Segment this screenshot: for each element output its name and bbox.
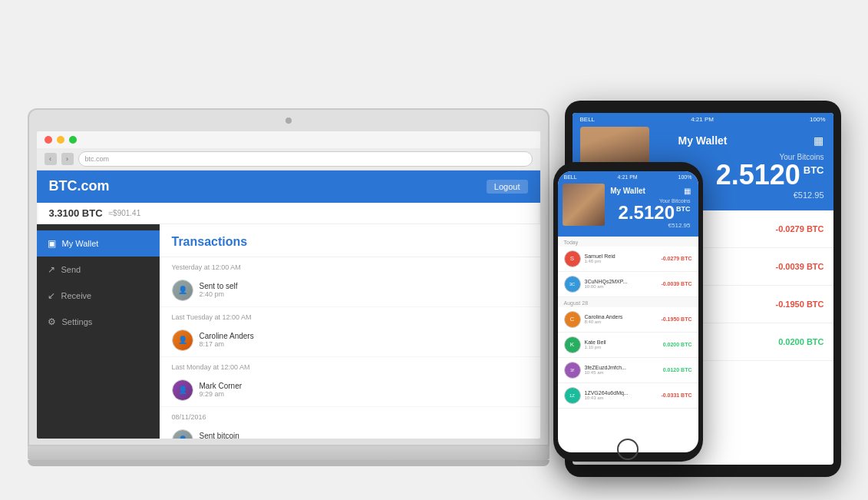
tx-time: 8:40 am — [585, 320, 623, 324]
list-item: 3C 3CuNHQs2MXP... 10:00 am -0.0039 BTC — [558, 272, 698, 297]
avatar: 👤 — [172, 280, 193, 301]
list-item: 1Z 1ZVG264u6dMq... 10:43 am -0.0331 BTC — [558, 383, 698, 409]
avatar: 3f — [564, 362, 581, 379]
tx-info: 1ZVG264u6dMq... 10:43 am — [585, 390, 629, 400]
phone-home-button[interactable] — [617, 439, 639, 460]
table-row: 👤 Caroline Anders 8:17 am — [160, 324, 540, 357]
tablet-carrier: BELL — [580, 116, 596, 123]
url-text: btc.com — [85, 155, 110, 163]
app-header: BTC.com Logout — [37, 171, 540, 203]
tx-section-3: Last Monday at 12:00 AM — [160, 357, 540, 374]
scene: ‹ › btc.com BTC.com Logout 3.3100 BTC ≈$… — [12, 8, 856, 492]
transactions-header: Transactions — [160, 224, 540, 257]
sidebar-label-settings: Settings — [62, 317, 93, 326]
tx-amount: -0.1950 BTC — [776, 300, 824, 309]
app-logo: BTC.com — [49, 178, 110, 194]
tx-amount: -0.0039 BTC — [776, 262, 824, 271]
tx-time: 2:40 pm — [200, 290, 238, 298]
tx-name: 3feZEuzdJmfch... — [585, 365, 626, 370]
laptop-camera — [285, 118, 292, 124]
send-icon: ↗ — [48, 264, 55, 275]
sidebar-item-receive[interactable]: ↙ Receive — [37, 283, 160, 309]
balance-strip: 3.3100 BTC ≈$901.41 — [37, 203, 540, 224]
sidebar-item-send[interactable]: ↗ Send — [37, 257, 160, 283]
phone-carrier: BELL — [564, 174, 577, 180]
address-bar[interactable]: btc.com — [78, 151, 533, 167]
tx-name: Sent to self — [200, 282, 238, 290]
phone-qr-icon[interactable]: ▦ — [684, 187, 691, 195]
back-button[interactable]: ‹ — [45, 153, 57, 165]
settings-icon: ⚙ — [48, 316, 56, 327]
tx-time: 1:10 pm — [585, 345, 606, 349]
laptop-screen: ‹ › btc.com BTC.com Logout 3.3100 BTC ≈$… — [37, 131, 540, 439]
main-content: Transactions Yesterday at 12:00 AM 👤 Sen… — [160, 224, 540, 439]
qr-icon[interactable]: ▦ — [814, 134, 823, 147]
avatar: 👤 — [172, 379, 193, 401]
tablet-wallet-title: My Wallet — [678, 134, 727, 147]
table-row: 👤 Sent bitcoin 7:42 pm — [160, 424, 540, 439]
sidebar-label-receive: Receive — [61, 291, 92, 300]
phone-battery: 100% — [678, 174, 692, 180]
browser-toolbar: ‹ › btc.com — [37, 148, 540, 170]
laptop-body: ‹ › btc.com BTC.com Logout 3.3100 BTC ≈$… — [28, 108, 550, 446]
phone-header: ☰ My Wallet ▦ Your Bitcoins 2.5120 BTC €… — [558, 184, 698, 237]
tx-section-1: Yesterday at 12:00 AM — [160, 257, 540, 274]
phone-btc-unit: BTC — [676, 205, 691, 213]
tablet-battery: 100% — [810, 116, 825, 123]
maximize-dot[interactable] — [69, 136, 77, 144]
tablet-btc-unit: BTC — [804, 164, 824, 176]
phone-btc-amount: 2.5120 — [619, 204, 675, 222]
forward-button[interactable]: › — [61, 153, 74, 165]
tx-time: 8:17 am — [200, 340, 254, 348]
minimize-dot[interactable] — [57, 136, 64, 144]
tx-amount: -0.0279 BTC — [661, 256, 691, 261]
tx-info: Mark Corner 9:29 am — [200, 382, 243, 398]
phone-time: 4:21 PM — [618, 174, 638, 180]
close-dot[interactable] — [45, 136, 52, 144]
tablet-btc-amount: 2.5120 — [716, 161, 800, 189]
tx-time: 10:00 am — [585, 284, 628, 289]
sidebar-item-settings[interactable]: ⚙ Settings — [37, 309, 160, 335]
avatar: C — [564, 311, 581, 328]
sidebar-item-my-wallet[interactable]: ▣ My Wallet — [37, 230, 160, 257]
avatar: 3C — [564, 276, 581, 293]
tablet-status-bar: BELL 4:21 PM 100% — [573, 113, 833, 127]
tx-section-2: Last Tuesday at 12:00 AM — [160, 307, 540, 324]
tx-time: 1:46 pm — [585, 259, 616, 263]
tx-name: Caroline Anders — [200, 332, 254, 340]
tx-info: 3CuNHQs2MXP... 10:00 am — [585, 279, 628, 289]
tx-time: 10:45 am — [585, 370, 626, 375]
tx-name: 1ZVG264u6dMq... — [585, 390, 629, 396]
sidebar: ▣ My Wallet ↗ Send ↙ Receive ⚙ — [37, 224, 160, 439]
browser-titlebar — [37, 131, 540, 148]
app-layout: ▣ My Wallet ↗ Send ↙ Receive ⚙ — [37, 224, 540, 439]
table-row: 👤 Mark Corner 9:29 am — [160, 374, 540, 407]
list-item: C Carolina Anders 8:40 am -0.1950 BTC — [558, 307, 698, 333]
logout-button[interactable]: Logout — [487, 180, 528, 194]
tx-info: Kate Bell 1:10 pm — [585, 339, 606, 349]
laptop-foot — [28, 460, 550, 466]
tx-name: Kate Bell — [585, 339, 606, 345]
tx-name: 3CuNHQs2MXP... — [585, 279, 628, 284]
fiat-balance: ≈$901.41 — [109, 209, 141, 217]
tx-section-4: 08/11/2016 — [160, 407, 540, 424]
tx-info: Samuel Reid 1:46 pm — [585, 253, 616, 263]
phone-section-today: Today — [558, 237, 698, 247]
avatar: 👤 — [172, 329, 193, 351]
tx-time: 10:43 am — [585, 396, 629, 400]
phone-screen: BELL 4:21 PM 100% ☰ My Wallet ▦ Your Bit… — [558, 171, 698, 452]
table-row: 👤 Sent to self 2:40 pm — [160, 274, 540, 307]
tx-amount: 0.0200 BTC — [663, 342, 692, 347]
tx-time: 9:29 am — [200, 390, 243, 398]
tx-amount: -0.0331 BTC — [661, 392, 691, 398]
tx-amount: 0.0120 BTC — [663, 367, 692, 373]
tx-amount: -0.0279 BTC — [776, 224, 824, 233]
list-item: S Samuel Reid 1:46 pm -0.0279 BTC — [558, 247, 698, 272]
tx-name: Carolina Anders — [585, 314, 623, 320]
tx-amount: -0.1950 BTC — [661, 316, 691, 322]
tx-amount: -0.0039 BTC — [661, 281, 691, 286]
avatar: S — [564, 250, 581, 267]
avatar: 1Z — [564, 387, 581, 404]
tx-info: Sent to self 2:40 pm — [200, 282, 238, 298]
phone-section-aug28: August 28 — [558, 297, 698, 307]
